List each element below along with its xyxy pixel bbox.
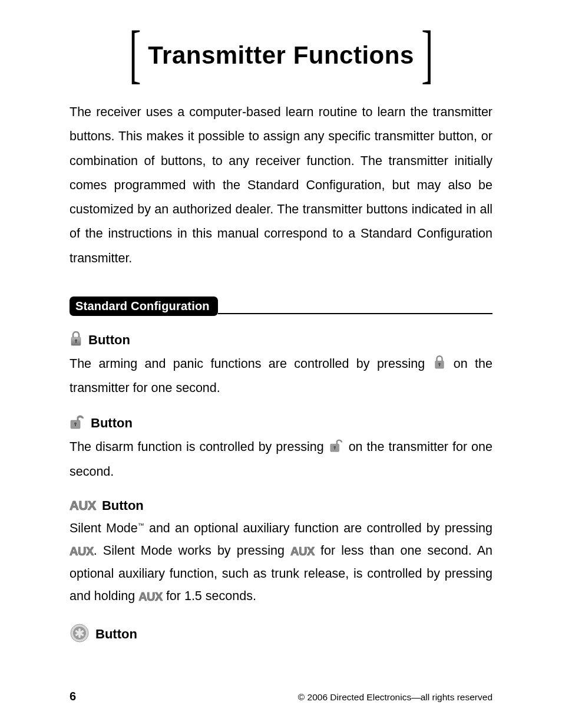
copyright-text: © 2006 Directed Electronics—all rights r…: [298, 692, 492, 703]
page-title-wrap: [ Transmitter Functions ]: [70, 32, 492, 78]
aux-button-body: Silent Mode™ and an optional auxiliary f…: [70, 517, 492, 608]
trademark-symbol: ™: [138, 522, 144, 529]
bracket-left: [: [129, 31, 141, 77]
lock-open-icon: [329, 437, 343, 460]
lock-closed-icon: [434, 354, 445, 377]
unlock-body-before: The disarm function is controlled by pre…: [70, 440, 328, 454]
page-footer: 6 © 2006 Directed Electronics—all rights…: [70, 690, 492, 703]
aux-icon: AUX: [70, 545, 94, 558]
lock-button-heading: Button: [70, 331, 492, 349]
aux-p1e: for 1.5 seconds.: [163, 589, 256, 603]
lock-body-before: The arming and panic functions are contr…: [70, 357, 432, 371]
aux-icon: AUX: [290, 545, 315, 558]
svg-rect-2: [75, 341, 77, 343]
unlock-button-heading: Button: [70, 414, 492, 432]
section-heading: Standard Configuration: [70, 297, 218, 316]
intro-paragraph: The receiver uses a computer-based learn…: [70, 100, 492, 271]
lock-button-body: The arming and panic functions are contr…: [70, 353, 492, 400]
aux-button-heading: AUX Button: [70, 498, 492, 513]
svg-rect-5: [439, 364, 440, 367]
lock-closed-icon: [70, 331, 82, 349]
star-button-heading: Button: [70, 623, 492, 645]
aux-icon: AUX: [138, 590, 163, 603]
unlock-button-body: The disarm function is controlled by pre…: [70, 436, 492, 483]
page-title: Transmitter Functions: [148, 41, 414, 70]
section-heading-rule: [218, 313, 492, 314]
aux-p1b: and an optional auxiliary function are c…: [144, 521, 492, 535]
aux-icon: AUX: [70, 498, 96, 513]
lock-button-label: Button: [88, 332, 130, 348]
page-number: 6: [70, 690, 76, 703]
aux-button-label: Button: [102, 498, 144, 513]
asterisk-icon: [70, 623, 90, 645]
aux-p1c: . Silent Mode works by pressing: [94, 543, 290, 558]
svg-rect-11: [334, 447, 335, 450]
svg-rect-8: [75, 424, 76, 426]
bracket-right: ]: [421, 31, 433, 77]
section-heading-row: Standard Configuration: [70, 297, 492, 316]
lock-open-icon: [70, 414, 85, 432]
aux-p1a: Silent Mode: [70, 521, 138, 535]
unlock-button-label: Button: [91, 416, 133, 431]
star-button-label: Button: [95, 627, 137, 642]
